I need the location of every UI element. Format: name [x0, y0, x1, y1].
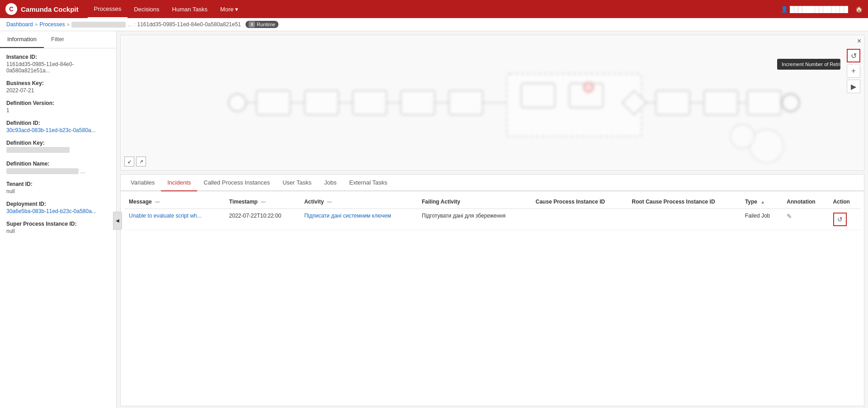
svg-point-17 [731, 124, 755, 148]
runtime-badge: ⏸ Runtime [245, 21, 278, 28]
table-header: Message — Timestamp — Activity — Failing… [124, 195, 860, 209]
incidents-table: Message — Timestamp — Activity — Failing… [124, 195, 860, 230]
incident-cause-id [531, 209, 627, 230]
incident-root-cause-id [627, 209, 741, 230]
main-layout: Information Filter Instance ID: 1161dd35… [0, 31, 868, 408]
content-area: × [117, 31, 868, 408]
incident-timestamp: 2022-07-22T10:22:00 [225, 209, 300, 230]
svg-rect-4 [353, 90, 387, 114]
tooltip-increment-retries: Increment Number of Retries of Failed Jo… [777, 59, 840, 70]
brand-icon: C [5, 3, 17, 15]
expand-button-2[interactable]: ↗ [136, 157, 146, 166]
incident-retry-button[interactable]: ↺ [833, 213, 847, 226]
nav-processes[interactable]: Processes [88, 0, 128, 18]
field-definition-key: Definition Key: [6, 140, 110, 154]
sidebar-wrapper: Information Filter Instance ID: 1161dd35… [0, 31, 117, 408]
bottom-panel: Variables Incidents Called Process Insta… [120, 174, 864, 406]
nav-human-tasks[interactable]: Human Tasks [166, 0, 214, 18]
field-super-process-instance-id: Super Process Instance ID: null [6, 221, 110, 234]
diagram-expand-controls: ↙ ↗ [124, 157, 146, 166]
svg-rect-8 [521, 83, 555, 107]
col-annotation: Annotation [782, 195, 828, 209]
tab-jobs[interactable]: Jobs [318, 175, 343, 191]
diagram-canvas[interactable] [121, 35, 864, 170]
svg-rect-11 [656, 90, 690, 114]
incidents-table-container: Message — Timestamp — Activity — Failing… [121, 191, 864, 406]
expand-button-1[interactable]: ↙ [124, 157, 134, 166]
breadcrumb-instance-id: 1161dd35-0985-11ed-84e0-0a580a821e51 [137, 21, 241, 28]
brand-logo: C Camunda Cockpit [5, 3, 79, 15]
breadcrumb: Dashboard » Processes » ... : 1161dd35-0… [0, 18, 868, 31]
sidebar-content: Instance ID: 1161dd35-0985-11ed-84e0-0a5… [0, 48, 116, 246]
nav-right: 👤 ██████████████ 🏠 [781, 6, 863, 13]
nav-decisions[interactable]: Decisions [127, 0, 165, 18]
nav-more[interactable]: More ▾ [214, 0, 245, 18]
incident-failing-activity: Підготувати дані для збереження [417, 209, 531, 230]
breadcrumb-dashboard[interactable]: Dashboard [6, 21, 33, 28]
top-navigation: C Camunda Cockpit Processes Decisions Hu… [0, 0, 868, 18]
incident-type: Failed Job [741, 209, 782, 230]
diagram-close-button[interactable]: × [857, 37, 861, 45]
col-activity[interactable]: Activity — [300, 195, 417, 209]
tab-called-process-instances[interactable]: Called Process Instances [197, 175, 276, 191]
tabs-bar: Variables Incidents Called Process Insta… [121, 175, 864, 191]
table-row: Unable to evaluate script wh... 2022-07-… [124, 209, 860, 230]
tab-filter[interactable]: Filter [44, 31, 71, 48]
svg-rect-6 [449, 90, 483, 114]
tab-variables[interactable]: Variables [124, 175, 161, 191]
svg-rect-13 [747, 90, 781, 114]
col-type[interactable]: Type ▲ [741, 195, 782, 209]
table-body: Unable to evaluate script wh... 2022-07-… [124, 209, 860, 230]
field-definition-name: Definition Name: ... [6, 161, 110, 175]
svg-rect-2 [257, 90, 291, 114]
diagram-area: × [120, 35, 864, 171]
incident-message-link[interactable]: Unable to evaluate script wh... [129, 213, 202, 219]
increment-retries-button[interactable]: ↺ [847, 49, 860, 62]
tab-user-tasks[interactable]: User Tasks [276, 175, 318, 191]
field-definition-id: Definition ID: 30c93acd-083b-11ed-b23c-0… [6, 120, 110, 133]
col-cause-process-instance-id: Cause Process Instance ID [531, 195, 627, 209]
tab-incidents[interactable]: Incidents [161, 175, 197, 191]
col-action: Action [829, 195, 860, 209]
field-business-key: Business Key: 2022-07-21 [6, 80, 110, 94]
field-deployment-id: Deployment ID: 30a6e5ba-083b-11ed-b23c-0… [6, 201, 110, 214]
edit-definition-name[interactable]: ... [80, 168, 85, 175]
svg-point-16 [750, 129, 783, 163]
pause-icon: ⏸ [249, 21, 255, 28]
svg-rect-5 [401, 90, 435, 114]
tab-information[interactable]: Information [0, 31, 44, 48]
sidebar: Information Filter Instance ID: 1161dd35… [0, 31, 117, 408]
col-message[interactable]: Message — [124, 195, 225, 209]
field-definition-version: Definition Version: 1 [6, 100, 110, 114]
field-tenant-id: Tenant ID: null [6, 181, 110, 195]
diagram-toolbar: ↺ Increment Number of Retries of Failed … [847, 49, 860, 93]
home-link[interactable]: 🏠 [855, 6, 863, 13]
svg-point-15 [782, 94, 799, 111]
breadcrumb-processes[interactable]: Processes [39, 21, 65, 28]
col-failing-activity: Failing Activity [417, 195, 531, 209]
col-timestamp[interactable]: Timestamp — [225, 195, 300, 209]
breadcrumb-process-name [71, 22, 126, 28]
annotation-edit-icon[interactable]: ✎ [787, 213, 792, 220]
tab-external-tasks[interactable]: External Tasks [343, 175, 394, 191]
sidebar-collapse-button[interactable]: ◀ [113, 212, 122, 230]
incident-activity-link[interactable]: Підписати дані системним ключем [304, 213, 391, 219]
svg-point-10 [584, 82, 593, 92]
brand-name: Camunda Cockpit [21, 5, 79, 13]
play-button[interactable]: ▶ [847, 80, 860, 93]
svg-point-1 [229, 94, 246, 111]
svg-rect-12 [704, 90, 738, 114]
sidebar-tabs: Information Filter [0, 31, 116, 48]
main-nav: Processes Decisions Human Tasks More ▾ [88, 0, 245, 18]
field-instance-id: Instance ID: 1161dd35-0985-11ed-84e0-0a5… [6, 54, 110, 74]
svg-rect-3 [305, 90, 339, 114]
col-root-cause-process-instance-id: Root Cause Process Instance ID [627, 195, 741, 209]
user-menu[interactable]: 👤 ██████████████ [781, 6, 848, 13]
